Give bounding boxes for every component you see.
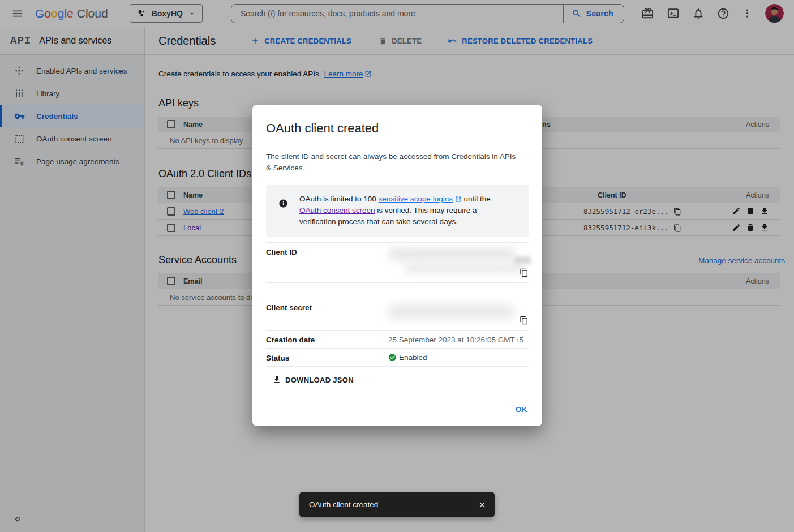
close-icon[interactable] <box>478 500 487 509</box>
copy-icon[interactable] <box>520 268 529 277</box>
snackbar: OAuth client created <box>299 492 495 517</box>
status-badge: Enabled <box>388 353 427 362</box>
download-icon <box>272 375 281 384</box>
dialog-title: OAuth client created <box>266 121 529 136</box>
check-circle-icon <box>388 353 397 362</box>
status-row: Status Enabled <box>266 348 529 366</box>
dialog-detail-rows: Client ID Client secret Creation date 25… <box>266 242 529 367</box>
download-json-button[interactable]: DOWNLOAD JSON <box>272 375 354 384</box>
oauth-client-created-dialog: OAuth client created The client ID and s… <box>252 105 542 426</box>
info-icon <box>278 198 288 228</box>
external-link-icon <box>455 196 462 203</box>
client-secret-row: Client secret <box>266 298 529 330</box>
snackbar-message: OAuth client created <box>309 500 378 509</box>
client-id-redacted-value <box>388 247 529 278</box>
dialog-body-text: The client ID and secret can always be a… <box>266 151 521 174</box>
client-id-row: Client ID <box>266 242 529 282</box>
ok-button[interactable]: OK <box>516 405 527 414</box>
client-secret-redacted-value <box>388 302 529 326</box>
copy-icon[interactable] <box>520 316 529 325</box>
creation-date-value: 25 September 2023 at 10:26:05 GMT+5 <box>388 334 523 344</box>
creation-date-row: Creation date 25 September 2023 at 10:26… <box>266 330 529 348</box>
sensitive-scope-logins-link[interactable]: sensitive scope logins <box>379 195 453 203</box>
verification-notice: OAuth is limited to 100 sensitive scope … <box>266 185 529 237</box>
verification-notice-text: OAuth is limited to 100 sensitive scope … <box>299 194 510 228</box>
oauth-consent-screen-link[interactable]: OAuth consent screen <box>299 206 375 214</box>
